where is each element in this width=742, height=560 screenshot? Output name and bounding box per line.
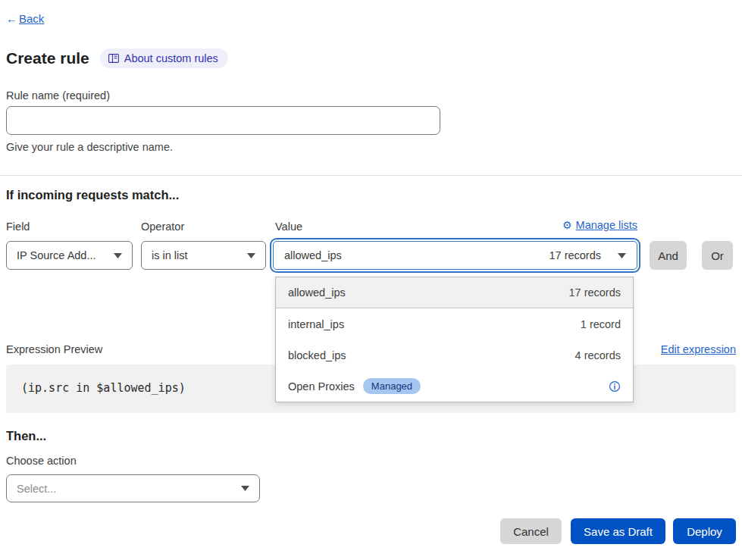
rule-name-label: Rule name (required)	[6, 89, 110, 102]
list-option-internal-ips[interactable]: internal_ips 1 record	[276, 308, 633, 339]
deploy-button[interactable]: Deploy	[673, 518, 736, 544]
gear-icon: ⚙	[562, 220, 572, 230]
rule-name-help-text: Give your rule a descriptive name.	[6, 141, 173, 153]
list-option-name: allowed_ips	[288, 286, 346, 299]
operator-column-label: Operator	[141, 221, 184, 233]
then-section-heading: Then...	[6, 429, 46, 443]
list-option-name: Open Proxies	[288, 380, 355, 393]
back-arrow-icon: ←	[6, 12, 17, 25]
edit-expression-link[interactable]: Edit expression	[661, 343, 736, 355]
page-header: Create rule About custom rules	[6, 48, 228, 68]
list-dropdown-menu: allowed_ips 17 records internal_ips 1 re…	[275, 277, 634, 402]
action-select-placeholder: Select...	[17, 483, 56, 495]
info-icon[interactable]	[609, 380, 621, 393]
value-column-label: Value	[275, 221, 302, 233]
and-button[interactable]: And	[650, 241, 687, 270]
managed-badge: Managed	[363, 378, 421, 394]
chevron-down-icon	[247, 253, 255, 258]
list-option-name: internal_ips	[288, 318, 344, 330]
page-title: Create rule	[6, 49, 89, 67]
value-list-select[interactable]: allowed_ips 17 records	[273, 241, 637, 270]
list-option-records: 4 records	[575, 349, 621, 361]
expression-preview-label: Expression Preview	[6, 343, 102, 355]
book-icon	[108, 54, 119, 63]
list-option-records: 17 records	[568, 286, 621, 299]
choose-action-label: Choose action	[6, 455, 77, 467]
manage-lists-label: Manage lists	[576, 219, 637, 231]
about-custom-rules-link[interactable]: About custom rules	[100, 48, 228, 68]
field-select-value: IP Source Add...	[17, 249, 96, 261]
chevron-down-icon	[114, 253, 122, 258]
manage-lists-link[interactable]: ⚙ Manage lists	[562, 219, 637, 231]
list-option-name: blocked_ips	[288, 349, 346, 361]
back-link[interactable]: ←Back	[6, 12, 44, 25]
operator-select-value: is in list	[152, 249, 188, 261]
action-select[interactable]: Select...	[6, 474, 260, 502]
match-section-heading: If incoming requests match...	[6, 188, 179, 202]
save-as-draft-button[interactable]: Save as Draft	[571, 518, 665, 544]
create-rule-page: ←Back Create rule About custom rules Rul…	[0, 0, 742, 560]
back-label: Back	[19, 12, 44, 25]
list-option-records: 1 record	[581, 318, 621, 330]
section-divider	[0, 175, 742, 176]
list-option-open-proxies[interactable]: Open Proxies Managed	[276, 371, 633, 402]
field-select[interactable]: IP Source Add...	[6, 241, 133, 270]
chevron-down-icon	[618, 253, 626, 258]
chevron-down-icon	[241, 486, 249, 491]
field-column-label: Field	[6, 221, 30, 233]
list-option-allowed-ips[interactable]: allowed_ips 17 records	[276, 277, 633, 308]
about-custom-rules-label: About custom rules	[124, 52, 218, 64]
operator-select[interactable]: is in list	[141, 241, 266, 270]
rule-name-input[interactable]	[6, 106, 440, 135]
value-selected-records: 17 records	[549, 249, 601, 261]
expression-code: (ip.src in $allowed_ips)	[21, 381, 186, 395]
value-selected-list: allowed_ips	[284, 249, 342, 261]
list-option-blocked-ips[interactable]: blocked_ips 4 records	[276, 339, 633, 371]
edit-expression-label: Edit expression	[661, 343, 736, 355]
or-button[interactable]: Or	[702, 241, 733, 270]
cancel-button[interactable]: Cancel	[500, 518, 562, 544]
